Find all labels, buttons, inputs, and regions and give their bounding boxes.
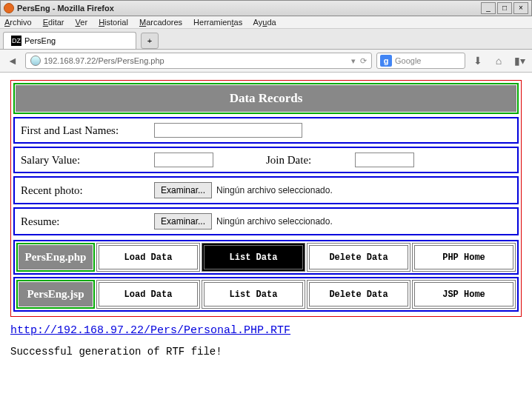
url-text: 192.168.97.22/Pers/PersEng.php bbox=[44, 56, 348, 65]
salary-input[interactable] bbox=[154, 153, 213, 167]
search-box[interactable]: g Google bbox=[376, 53, 465, 69]
jsp-label: PersEng.jsp bbox=[19, 282, 93, 306]
downloads-button[interactable]: ⬇ bbox=[470, 53, 486, 69]
names-label: First and Last Names: bbox=[21, 124, 154, 137]
php-label-frame: PersEng.php bbox=[16, 243, 95, 272]
php-row: PersEng.php Load Data List Data Delete D… bbox=[13, 240, 519, 275]
maximize-button[interactable]: □ bbox=[497, 2, 512, 14]
menu-herramientas[interactable]: Herramientas bbox=[193, 18, 242, 27]
jsp-row: PersEng.jsp Load Data List Data Delete D… bbox=[13, 277, 519, 312]
php-list-button[interactable]: List Data bbox=[202, 243, 305, 272]
row-names: First and Last Names: bbox=[13, 117, 519, 144]
page-title: Data Records bbox=[16, 85, 516, 112]
status-message: Successful generation of RTF file! bbox=[10, 346, 522, 358]
jsp-home-button[interactable]: JSP Home bbox=[412, 280, 516, 309]
window-titlebar: PersEng - Mozilla Firefox _ □ × bbox=[0, 0, 532, 16]
resume-browse-button[interactable]: Examinar... bbox=[154, 213, 212, 230]
home-button[interactable]: ⌂ bbox=[491, 53, 507, 69]
menu-historial[interactable]: Historial bbox=[99, 18, 128, 27]
row-salary-join: Salary Value: Join Date: bbox=[13, 147, 519, 173]
globe-icon bbox=[30, 56, 41, 66]
photo-nofile-text: Ningún archivo seleccionado. bbox=[216, 185, 333, 195]
jsp-load-button[interactable]: Load Data bbox=[96, 280, 200, 309]
join-label: Join Date: bbox=[266, 154, 355, 167]
dropdown-icon[interactable]: ▾ bbox=[351, 56, 356, 66]
url-bar[interactable]: 192.168.97.22/Pers/PersEng.php ▾ ⟳ bbox=[25, 53, 372, 69]
photo-browse-button[interactable]: Examinar... bbox=[154, 182, 212, 198]
close-button[interactable]: × bbox=[513, 2, 528, 14]
rtf-link[interactable]: http://192.168.97.22/Pers/Personal.PHP.R… bbox=[10, 324, 522, 337]
tab-favicon: DZ bbox=[11, 36, 21, 46]
menu-marcadores[interactable]: Marcadores bbox=[139, 18, 182, 27]
window-title: PersEng - Mozilla Firefox bbox=[17, 4, 481, 13]
google-icon: g bbox=[380, 55, 392, 67]
resume-nofile-text: Ningún archivo seleccionado. bbox=[216, 216, 333, 227]
menu-editar[interactable]: Editar bbox=[43, 18, 64, 27]
php-home-button[interactable]: PHP Home bbox=[412, 243, 516, 272]
reload-icon[interactable]: ⟳ bbox=[360, 56, 367, 66]
search-placeholder: Google bbox=[395, 56, 421, 65]
php-label: PersEng.php bbox=[19, 245, 93, 269]
page-content: Data Records First and Last Names: Salar… bbox=[0, 73, 532, 365]
bookmarks-button[interactable]: ▮▾ bbox=[511, 53, 528, 69]
jsp-delete-button[interactable]: Delete Data bbox=[307, 280, 410, 309]
button-rows: PersEng.php Load Data List Data Delete D… bbox=[13, 240, 519, 312]
firefox-icon bbox=[4, 3, 14, 13]
menubar: Archivo Editar Ver Historial Marcadores … bbox=[0, 16, 532, 29]
join-input[interactable] bbox=[355, 153, 414, 167]
row-photo: Recent photo: Examinar... Ningún archivo… bbox=[13, 176, 519, 204]
menu-archivo[interactable]: Archivo bbox=[4, 18, 32, 27]
tab-label: PersEng bbox=[24, 36, 56, 45]
php-load-button[interactable]: Load Data bbox=[96, 243, 200, 272]
names-input[interactable] bbox=[154, 123, 302, 138]
tabbar: DZ PersEng + bbox=[0, 29, 532, 50]
outer-frame: Data Records First and Last Names: Salar… bbox=[10, 80, 522, 317]
new-tab-button[interactable]: + bbox=[141, 33, 159, 49]
menu-ver[interactable]: Ver bbox=[76, 18, 88, 27]
salary-label: Salary Value: bbox=[21, 154, 154, 167]
jsp-label-frame: PersEng.jsp bbox=[16, 280, 95, 309]
menu-ayuda[interactable]: Ayuda bbox=[253, 18, 276, 27]
tab-perseng[interactable]: DZ PersEng bbox=[3, 32, 136, 49]
back-button[interactable]: ◄ bbox=[4, 53, 21, 69]
jsp-list-button[interactable]: List Data bbox=[202, 280, 305, 309]
header-frame: Data Records bbox=[13, 83, 519, 114]
navbar: ◄ 192.168.97.22/Pers/PersEng.php ▾ ⟳ g G… bbox=[0, 50, 532, 73]
resume-label: Resume: bbox=[21, 215, 154, 228]
php-delete-button[interactable]: Delete Data bbox=[307, 243, 410, 272]
photo-label: Recent photo: bbox=[21, 184, 154, 197]
row-resume: Resume: Examinar... Ningún archivo selec… bbox=[13, 207, 519, 235]
minimize-button[interactable]: _ bbox=[481, 2, 496, 14]
